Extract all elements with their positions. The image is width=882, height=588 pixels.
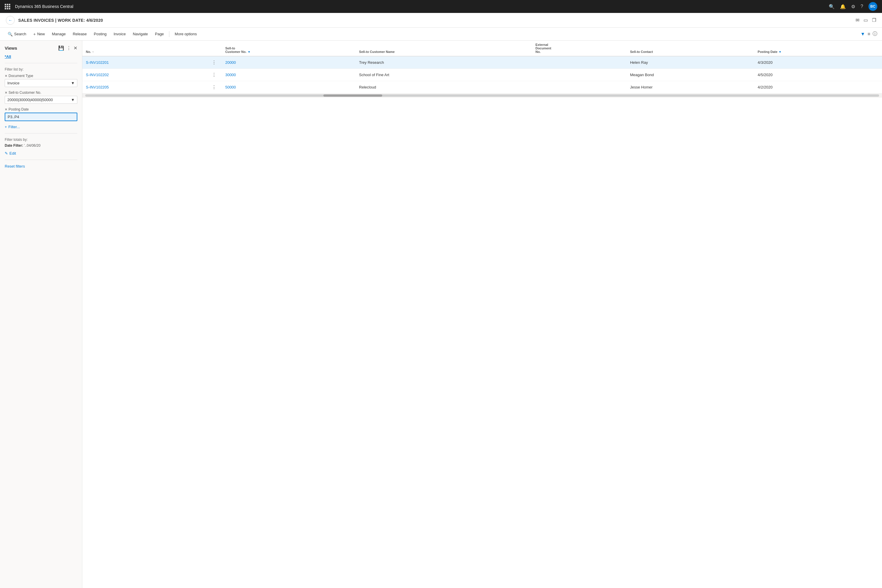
sell-to-customer-no-filter-row: ✕ Sell-to Customer No. 20000|30000|40000…	[5, 90, 77, 104]
customer-no-link-1[interactable]: 30000	[225, 73, 236, 77]
table-row[interactable]: S-INV102201 ⋮ 20000 Trey Research Helen …	[82, 56, 882, 69]
bookmark-icon[interactable]: ✉	[855, 17, 860, 23]
help-icon[interactable]: ?	[861, 4, 863, 9]
navigate-button[interactable]: Navigate	[130, 30, 151, 38]
release-button[interactable]: Release	[70, 30, 90, 38]
col-header-external-document-no: ExternalDocumentNo.	[532, 40, 627, 56]
cell-no-2: S-INV102205	[82, 81, 206, 93]
col-header-sell-to-contact: Sell-to Contact	[627, 40, 754, 56]
page-title: SALES INVOICES | WORK DATE: 4/6/2020	[18, 18, 852, 22]
posting-date-filter-row: ✕ Posting Date	[5, 107, 77, 121]
row-options-1[interactable]: ⋮	[210, 72, 218, 78]
waffle-menu-icon[interactable]	[5, 4, 10, 9]
cell-external-doc-no-2	[532, 81, 627, 93]
settings-icon[interactable]: ⚙	[851, 4, 855, 9]
cell-options-2: ⋮	[206, 81, 222, 93]
column-chooser-icon[interactable]: ≡	[868, 32, 870, 37]
plus-icon: +	[33, 32, 36, 36]
cell-contact-1: Meagan Bond	[627, 69, 754, 81]
close-filter-panel-icon[interactable]: ✕	[74, 45, 77, 51]
main-content: Views 💾 ⋮ ✕ *All Filter list by: ✕ Docum…	[0, 40, 882, 588]
data-grid-area: No. ↑ Sell-toCustomer No. ▼ Sell-to Cust…	[82, 40, 882, 588]
user-avatar[interactable]: BC	[868, 2, 877, 11]
notification-icon[interactable]: 🔔	[840, 4, 846, 9]
remove-sell-to-customer-no-filter[interactable]: ✕	[5, 91, 8, 94]
scrollbar-thumb[interactable]	[323, 94, 382, 97]
document-type-label: ✕ Document Type	[5, 74, 77, 78]
page-header-icons: ✉ ▭ ❐	[855, 17, 876, 23]
sales-invoices-table: No. ↑ Sell-toCustomer No. ▼ Sell-to Cust…	[82, 40, 882, 93]
invoice-button[interactable]: Invoice	[111, 30, 129, 38]
customer-no-link-0[interactable]: 20000	[225, 60, 236, 64]
filter-icon[interactable]: ▼	[861, 32, 865, 37]
cell-posting-date-0: 4/3/2020	[754, 56, 882, 69]
add-filter-button[interactable]: + Filter...	[5, 124, 20, 129]
info-icon[interactable]: ⓘ	[873, 31, 877, 37]
cell-customer-no-0: 20000	[222, 56, 356, 69]
invoice-link-2[interactable]: S-INV102205	[86, 85, 109, 89]
row-options-0[interactable]: ⋮	[210, 59, 218, 66]
manage-button[interactable]: Manage	[49, 30, 69, 38]
filter-totals-label: Filter totals by:	[5, 138, 77, 142]
sell-to-customer-no-select[interactable]: 20000|30000|40000|50000 ▼	[5, 96, 77, 104]
posting-date-input[interactable]	[5, 112, 77, 121]
horizontal-scrollbar[interactable]	[82, 93, 882, 98]
more-options-button[interactable]: More options	[172, 30, 200, 38]
filter-section-divider	[5, 133, 77, 134]
back-button[interactable]: ←	[6, 16, 15, 25]
table-row[interactable]: S-INV102205 ⋮ 50000 Relecloud Jesse Home…	[82, 81, 882, 93]
col-header-options	[206, 40, 222, 56]
table-header-row: No. ↑ Sell-toCustomer No. ▼ Sell-to Cust…	[82, 40, 882, 56]
cell-contact-0: Helen Ray	[627, 56, 754, 69]
col-header-sell-to-customer-no: Sell-toCustomer No. ▼	[222, 40, 356, 56]
page-button[interactable]: Page	[152, 30, 167, 38]
filter-icon-customer-no[interactable]: ▼	[248, 50, 250, 54]
reset-filters-button[interactable]: Reset filters	[5, 164, 77, 168]
edit-button[interactable]: ✎ Edit	[5, 151, 16, 156]
remove-document-type-filter[interactable]: ✕	[5, 74, 8, 78]
table-row[interactable]: S-INV102202 ⋮ 30000 School of Fine Art M…	[82, 69, 882, 81]
cell-options-0: ⋮	[206, 56, 222, 69]
col-header-sell-to-customer-name: Sell-to Customer Name	[356, 40, 532, 56]
save-view-icon[interactable]: 💾	[58, 45, 64, 51]
toolbar-divider	[169, 31, 170, 37]
filter-panel-header-icons: 💾 ⋮ ✕	[58, 45, 77, 51]
posting-button[interactable]: Posting	[91, 30, 110, 38]
cell-customer-name-0: Trey Research	[356, 56, 532, 69]
dropdown-arrow-2-icon: ▼	[71, 98, 75, 102]
document-type-select[interactable]: Invoice ▼	[5, 79, 77, 87]
cell-posting-date-2: 4/2/2020	[754, 81, 882, 93]
plus-filter-icon: +	[5, 124, 7, 129]
sort-icon-no[interactable]: ↑	[92, 50, 94, 54]
customer-no-link-2[interactable]: 50000	[225, 85, 236, 89]
invoice-link-0[interactable]: S-INV102201	[86, 60, 109, 64]
remove-posting-date-filter[interactable]: ✕	[5, 108, 8, 111]
app-title: Dynamics 365 Business Central	[15, 4, 824, 9]
cell-customer-name-1: School of Fine Art	[356, 69, 532, 81]
scrollbar-track	[85, 94, 879, 97]
toolbar: 🔍 Search + New Manage Release Posting In…	[0, 28, 882, 40]
invoice-link-1[interactable]: S-INV102202	[86, 73, 109, 77]
top-nav-icons: 🔍 🔔 ⚙ ? BC	[829, 2, 877, 11]
cell-customer-no-1: 30000	[222, 69, 356, 81]
search-button[interactable]: 🔍 Search	[5, 30, 29, 38]
filter-panel-header: Views 💾 ⋮ ✕	[5, 45, 77, 51]
col-header-no: No. ↑	[82, 40, 206, 56]
cell-customer-no-2: 50000	[222, 81, 356, 93]
all-view-link[interactable]: *All	[5, 54, 77, 59]
new-button[interactable]: + New	[30, 30, 48, 38]
row-options-2[interactable]: ⋮	[210, 84, 218, 90]
open-new-tab-icon[interactable]: ▭	[864, 17, 868, 23]
date-filter-row: Date Filter: '..04/06/20	[5, 144, 77, 148]
search-nav-icon[interactable]: 🔍	[829, 4, 835, 9]
cell-options-1: ⋮	[206, 69, 222, 81]
edit-pencil-icon: ✎	[5, 151, 8, 156]
cell-external-doc-no-0	[532, 56, 627, 69]
col-header-posting-date: Posting Date ▼	[754, 40, 882, 56]
expand-icon[interactable]: ❐	[872, 17, 876, 23]
cell-no-1: S-INV102202	[82, 69, 206, 81]
view-options-icon[interactable]: ⋮	[66, 45, 71, 51]
cell-posting-date-1: 4/5/2020	[754, 69, 882, 81]
posting-date-label: ✕ Posting Date	[5, 107, 77, 111]
filter-icon-posting-date[interactable]: ▼	[778, 50, 782, 54]
